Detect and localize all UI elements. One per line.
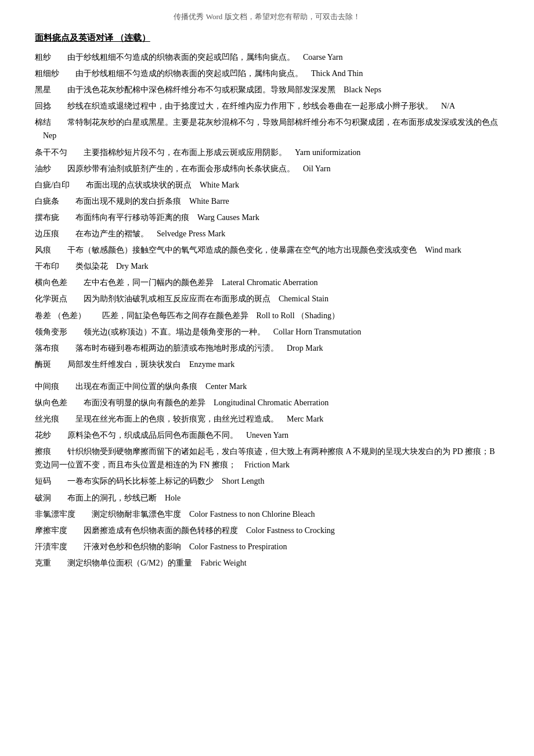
entry-item: 汗渍牢度汗液对色纱和色织物的影响Color Fastness to Prespi…	[35, 540, 499, 553]
cn-desc: 主要指棉纱短片段不匀，在布面上形成云斑或应用阴影。	[84, 148, 287, 157]
en-term: White Barre	[189, 197, 229, 206]
cn-desc: 类似染花	[75, 262, 108, 271]
en-term: Yarn uniformization	[295, 148, 360, 157]
en-term: Nep	[43, 131, 56, 140]
cn-desc: 布面出现不规则的发白折条痕	[75, 197, 181, 206]
cn-desc: 布面纬向有平行移动等距离的痕	[75, 213, 189, 222]
en-term: Wind mark	[425, 246, 461, 254]
entry-item: 非氯漂牢度测定织物耐非氯漂色牢度Color Fastness to non Ch…	[35, 507, 499, 521]
entry-item: 摩擦牢度因磨擦造成有色织物表面的颜色转移的程度Color Fastness to…	[35, 524, 499, 537]
entry-item: 粗纱由于纱线粗细不匀造成的织物表面的突起或凹陷，属纬向疵点。Coarse Yar…	[35, 51, 499, 64]
cn-term: 干布印	[35, 262, 59, 271]
cn-term: 擦痕	[35, 447, 51, 456]
cn-desc: 左中右色差，同一门幅内的颜色差异	[84, 278, 214, 287]
cn-desc: 测定织物耐非氯漂色牢度	[92, 510, 181, 519]
cn-term: 克重	[35, 559, 51, 567]
cn-term: 边压痕	[35, 229, 59, 238]
en-term: Color Fastness to Crocking	[246, 526, 335, 535]
cn-term: 丝光痕	[35, 415, 59, 423]
cn-term: 领角变形	[35, 327, 67, 336]
entries-container: 粗纱由于纱线粗细不匀造成的织物表面的突起或凹陷，属纬向疵点。Coarse Yar…	[35, 51, 499, 570]
cn-desc: 测定织物单位面积（G/M2）的重量	[67, 559, 192, 567]
cn-desc: 布面上的洞孔，纱线已断	[67, 494, 157, 502]
cn-desc: 因为助剂软油破乳或相互反应应而在布面形成的斑点	[84, 294, 270, 303]
cn-desc: 纱线在织造或退绕过程中，由于捻度过大，在纤维内应力作用下，纱线会卷曲在一起形成小…	[67, 102, 433, 110]
en-term: Lateral Chromatic Aberration	[222, 278, 318, 287]
entry-item: 花纱原料染色不匀，织成成品后同色布面颜色不同。Uneven Yarn	[35, 429, 499, 442]
entry-item: 领角变形领光边(或称顶边）不直。塌边是领角变形的一种。Collar Horn T…	[35, 325, 499, 339]
entry-item: 克重测定织物单位面积（G/M2）的重量Fabric Weight	[35, 556, 499, 570]
cn-desc: 领光边(或称顶边）不直。塌边是领角变形的一种。	[84, 327, 265, 336]
cn-term: 回捻	[35, 102, 51, 110]
cn-desc: 在布边产生的褶皱。	[75, 229, 149, 238]
cn-term: 粗纱	[35, 53, 51, 62]
entry-item: 条干不匀主要指棉纱短片段不匀，在布面上形成云斑或应用阴影。Yarn unifor…	[35, 146, 499, 159]
cn-desc: 落布时布碰到卷布棍两边的脏渍或布拖地时形成的污渍。	[75, 344, 279, 352]
en-term: Center Mark	[205, 382, 247, 391]
entry-item: 回捻纱线在织造或退绕过程中，由于捻度过大，在纤维内应力作用下，纱线会卷曲在一起形…	[35, 99, 499, 113]
en-term: Uneven Yarn	[246, 431, 288, 440]
cn-term: 棉结	[35, 118, 51, 127]
cn-term: 汗渍牢度	[35, 542, 67, 551]
cn-desc: 常特制花灰纱的白星或黑星。主要是花灰纱混棉不匀，导致局部棉纤维分布不匀积聚成团，…	[67, 118, 498, 127]
entry-item: 白疵条布面出现不规则的发白折条痕White Barre	[35, 195, 499, 208]
top-banner: 传播优秀 Word 版文档，希望对您有帮助，可双击去除！	[35, 12, 499, 22]
entry-item: 黑星由于浅色花灰纱配棉中深色棉纤维分布不匀或积聚成团。导致局部发深发黑Black…	[35, 83, 499, 96]
cn-desc: 由于纱线粗细不匀造成的织物表面的突起或凹陷，属纬向疵点。	[75, 69, 303, 78]
cn-term: 摆布疵	[35, 213, 59, 222]
cn-term: 纵向色差	[35, 398, 67, 407]
cn-term: 卷差 （色差）	[35, 311, 86, 320]
en-term: Longitudinal Chromatic Aberration	[214, 398, 329, 407]
entry-item: 摆布疵布面纬向有平行移动等距离的痕Warg Causes Mark	[35, 211, 499, 224]
en-term: White Mark	[200, 181, 239, 189]
cn-term: 中间痕	[35, 382, 59, 391]
en-term: Dry Mark	[116, 262, 149, 271]
entry-item: 横向色差左中右色差，同一门幅内的颜色差异Lateral Chromatic Ab…	[35, 276, 499, 289]
cn-term: 破洞	[35, 494, 51, 502]
entry-item: 干布印类似染花Dry Mark	[35, 260, 499, 273]
cn-term: 花纱	[35, 431, 51, 440]
entry-item: 短码一卷布实际的码长比标签上标记的码数少Short Length	[35, 474, 499, 488]
cn-term: 非氯漂牢度	[35, 510, 75, 519]
entry-item: 落布痕落布时布碰到卷布棍两边的脏渍或布拖地时形成的污渍。Drop Mark	[35, 341, 499, 355]
cn-desc: 出现在布面正中间位置的纵向条痕	[75, 382, 197, 391]
entry-item: 风痕干布（敏感颜色）接触空气中的氧气邓造成的颜色变化，使暴露在空气的地方出现颜色…	[35, 243, 499, 257]
entry-item: 边压痕在布边产生的褶皱。Selvedge Press Mark	[35, 227, 499, 240]
entry-item: 中间痕出现在布面正中间位置的纵向条痕Center Mark	[35, 380, 499, 393]
entry-item: 擦痕针织织物受到硬物摩擦而留下的诸如起毛，发白等痕迹，但大致上有两种擦痕 A 不…	[35, 445, 499, 471]
cn-desc: 呈现在丝光布面上的色痕，较折痕宽，由丝光过程造成。	[75, 415, 279, 423]
cn-term: 酶斑	[35, 360, 51, 369]
en-term: Selvedge Press Mark	[157, 229, 225, 238]
entry-item: 白疵/白印布面出现的点状或块状的斑点White Mark	[35, 178, 499, 192]
entry-item: 丝光痕呈现在丝光布面上的色痕，较折痕宽，由丝光过程造成。Merc Mark	[35, 412, 499, 426]
cn-desc: 汗液对色纱和色织物的影响	[84, 542, 181, 551]
entry-item: 棉结常特制花灰纱的白星或黑星。主要是花灰纱混棉不匀，导致局部棉纤维分布不匀积聚成…	[35, 116, 499, 142]
en-term: Collar Horn Transmutation	[273, 327, 362, 336]
cn-term: 落布痕	[35, 344, 59, 352]
page-title: 面料疵点及英语对译 （连载）	[35, 33, 499, 44]
cn-term: 摩擦牢度	[35, 526, 67, 535]
cn-desc: 一卷布实际的码长比标签上标记的码数少	[67, 477, 214, 485]
en-term: Chemical Stain	[279, 294, 329, 303]
cn-term: 风痕	[35, 246, 51, 254]
cn-desc: 因原纱带有油剂或脏剂产生的，在布面会形成纬向长条状疵点。	[67, 164, 295, 173]
entry-item: 油纱因原纱带有油剂或脏剂产生的，在布面会形成纬向长条状疵点。Oil Yarn	[35, 162, 499, 175]
cn-term: 短码	[35, 477, 51, 485]
en-term: Thick And Thin	[311, 69, 363, 78]
cn-term: 化学斑点	[35, 294, 67, 303]
en-term: Black Neps	[344, 85, 381, 94]
cn-desc: 因磨擦造成有色织物表面的颜色转移的程度	[84, 526, 238, 535]
cn-desc: 干布（敏感颜色）接触空气中的氧气邓造成的颜色变化，使暴露在空气的地方出现颜色变浅…	[67, 246, 417, 254]
cn-term: 白疵条	[35, 197, 59, 206]
en-term: Warg Causes Mark	[197, 213, 259, 222]
en-term: Color Fastness to Prespiration	[189, 542, 287, 551]
entry-item: 粗细纱由于纱线粗细不匀造成的织物表面的突起或凹陷，属纬向疵点。Thick And…	[35, 67, 499, 80]
en-term: Hole	[165, 494, 181, 502]
en-term: Roll to Roll （Shading）	[257, 311, 340, 320]
en-term: Fabric Weight	[200, 559, 246, 567]
cn-term: 横向色差	[35, 278, 67, 287]
cn-desc: 由于浅色花灰纱配棉中深色棉纤维分布不匀或积聚成团。导致局部发深发黑	[67, 85, 335, 94]
entry-item: 酶斑局部发生纤维发白，斑块状发白Enzyme mark	[35, 358, 499, 371]
en-term: Oil Yarn	[303, 164, 330, 173]
en-term: Enzyme mark	[189, 360, 234, 369]
